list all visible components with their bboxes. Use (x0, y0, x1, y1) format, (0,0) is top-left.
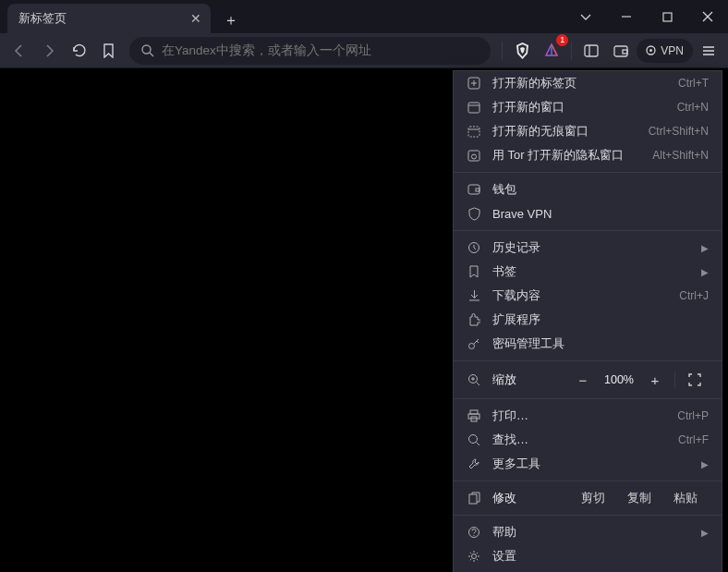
app-menu: 打开新的标签页 Ctrl+T 打开新的窗口 Ctrl+N 打开新的无痕窗口 Ct… (453, 70, 722, 572)
separator (571, 42, 572, 60)
menu-bookmarks[interactable]: 书签 ▶ (454, 260, 722, 284)
key-icon (467, 337, 481, 350)
menu-extensions[interactable]: 扩展程序 (454, 308, 722, 332)
toolbar: 1 VPN (0, 33, 728, 68)
copy-button[interactable]: 复制 (616, 491, 662, 506)
menu-brave-vpn[interactable]: Brave VPN (454, 201, 722, 225)
menu-new-incognito[interactable]: 打开新的无痕窗口 Ctrl+Shift+N (454, 119, 722, 143)
vpn-label: VPN (661, 44, 684, 57)
svg-rect-21 (468, 103, 479, 113)
svg-rect-33 (470, 410, 478, 414)
bookmark-icon (467, 265, 481, 278)
svg-rect-7 (623, 50, 627, 54)
bookmark-button[interactable] (94, 37, 122, 65)
svg-point-26 (472, 154, 477, 159)
svg-line-32 (477, 383, 480, 386)
separator (502, 42, 503, 60)
print-icon (467, 409, 481, 422)
svg-point-36 (469, 435, 478, 444)
tor-icon (467, 150, 481, 162)
menu-find[interactable]: 查找… Ctrl+F (454, 428, 722, 452)
menu-print[interactable]: 打印… Ctrl+P (454, 404, 722, 428)
chevron-right-icon: ▶ (701, 528, 709, 538)
svg-rect-23 (468, 127, 479, 137)
rewards-badge: 1 (556, 34, 568, 46)
reload-button[interactable] (65, 37, 92, 65)
svg-line-3 (150, 53, 153, 56)
zoom-in-button[interactable]: + (641, 369, 669, 391)
download-icon (467, 289, 481, 302)
minimize-button[interactable] (606, 0, 647, 33)
brave-rewards-button[interactable]: 1 (538, 37, 565, 65)
chevron-right-icon: ▶ (701, 459, 709, 469)
incognito-icon (467, 126, 481, 138)
wallet-icon (467, 184, 481, 195)
menu-divider (454, 172, 722, 173)
new-tab-icon (467, 77, 481, 90)
tab-newtab[interactable]: 新标签页 ✕ (7, 4, 211, 33)
menu-wallet[interactable]: 钱包 (454, 177, 722, 201)
brave-shields-button[interactable] (508, 37, 536, 65)
address-input[interactable] (162, 43, 479, 57)
maximize-button[interactable] (647, 0, 687, 33)
menu-divider (454, 398, 722, 399)
menu-zoom: 缩放 − 100% + (454, 366, 722, 394)
menu-passwords[interactable]: 密码管理工具 (454, 332, 722, 356)
tab-search-button[interactable] (565, 0, 606, 33)
vpn-status-icon (646, 45, 656, 55)
svg-rect-27 (468, 185, 479, 194)
history-icon (467, 241, 481, 254)
menu-history[interactable]: 历史记录 ▶ (454, 236, 722, 260)
sidebar-button[interactable] (577, 37, 605, 65)
menu-settings[interactable]: 设置 (454, 544, 722, 568)
back-button[interactable] (6, 37, 33, 65)
svg-point-9 (649, 49, 652, 52)
svg-rect-1 (663, 13, 672, 21)
tab-title: 新标签页 (18, 11, 188, 27)
chevron-right-icon: ▶ (701, 267, 709, 277)
fullscreen-button[interactable] (681, 369, 709, 391)
close-window-button[interactable] (687, 0, 728, 33)
svg-point-40 (473, 535, 474, 536)
menu-divider (454, 360, 722, 361)
menu-new-tab[interactable]: 打开新的标签页 Ctrl+T (454, 71, 722, 95)
zoom-out-button[interactable]: − (569, 369, 597, 391)
paste-button[interactable]: 粘贴 (662, 491, 709, 506)
svg-rect-38 (469, 494, 477, 504)
forward-button[interactable] (35, 37, 63, 65)
wallet-toolbar-button[interactable] (607, 37, 635, 65)
address-bar[interactable] (129, 37, 491, 65)
menu-divider (454, 230, 722, 231)
new-window-icon (467, 102, 481, 114)
svg-point-30 (469, 344, 475, 349)
svg-point-41 (472, 554, 477, 559)
extensions-icon (467, 313, 481, 326)
svg-line-37 (477, 443, 480, 446)
titlebar: 新标签页 ✕ ＋ (0, 0, 728, 33)
zoom-icon (467, 373, 481, 386)
menu-downloads[interactable]: 下载内容 Ctrl+J (454, 284, 722, 308)
menu-new-tor[interactable]: 用 Tor 打开新的隐私窗口 Alt+Shift+N (454, 143, 722, 167)
find-icon (467, 433, 481, 446)
menu-divider (454, 515, 722, 516)
menu-edit: 修改 剪切 复制 粘贴 (454, 486, 722, 510)
menu-new-window[interactable]: 打开新的窗口 Ctrl+N (454, 95, 722, 119)
menu-help[interactable]: 帮助 ▶ (454, 520, 722, 544)
new-tab-button[interactable]: ＋ (218, 7, 244, 33)
app-menu-button[interactable] (695, 37, 722, 65)
help-icon (467, 526, 481, 539)
search-icon (140, 43, 154, 57)
zoom-value: 100% (597, 373, 641, 386)
vpn-button[interactable]: VPN (637, 39, 693, 63)
svg-rect-6 (614, 46, 627, 56)
copy-icon (467, 492, 481, 505)
svg-rect-28 (476, 189, 479, 191)
gear-icon (467, 550, 481, 563)
svg-point-2 (142, 45, 151, 54)
menu-more-tools[interactable]: 更多工具 ▶ (454, 452, 722, 476)
tools-icon (467, 457, 481, 470)
cut-button[interactable]: 剪切 (570, 491, 616, 506)
menu-divider (454, 481, 722, 481)
svg-rect-4 (585, 45, 598, 56)
tab-close-button[interactable]: ✕ (188, 11, 203, 26)
